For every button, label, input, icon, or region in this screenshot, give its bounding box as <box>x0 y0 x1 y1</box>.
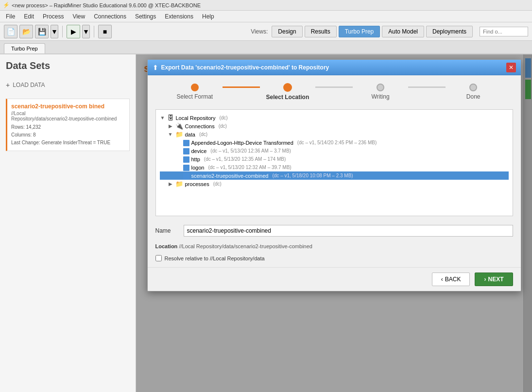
dataset-path: //Local Repository/data/scenario2-truepo… <box>11 111 125 121</box>
sidebar-title: Data Sets <box>6 60 130 71</box>
back-label: BACK <box>445 276 461 283</box>
menu-connections[interactable]: Connections <box>90 12 130 21</box>
step-done: Done <box>446 84 501 100</box>
chevron-left-icon: ‹ <box>441 276 443 283</box>
export-icon: ⬆ <box>153 64 158 71</box>
step-circle-1 <box>191 84 199 91</box>
title-bar: ⚡ <new process> – RapidMiner Studio Educ… <box>0 0 532 11</box>
menu-file[interactable]: File <box>2 12 19 21</box>
main-layout: Data Sets + LOAD DATA scenario2-trueposi… <box>0 54 532 392</box>
dataset-item[interactable]: scenario2-truepositive-com bined //Local… <box>6 99 130 151</box>
plus-icon: + <box>6 81 10 89</box>
tree-folder-icon <box>183 172 189 179</box>
tree-node-meta: (dc) <box>219 115 227 120</box>
stop-button[interactable]: ■ <box>98 25 112 38</box>
next-button[interactable]: › NEXT <box>475 273 513 286</box>
tree-node[interactable]: logon(dc – v1, 5/13/20 12:32 AM – 39.7 M… <box>160 163 509 171</box>
step-writing: Writing <box>353 84 409 100</box>
menu-help[interactable]: Help <box>198 12 218 21</box>
tree-node[interactable]: ▶📁processes(dc) <box>160 180 509 188</box>
tree-toggle-icon: ▼ <box>160 115 166 120</box>
tab-turboprep[interactable]: Turbo Prep <box>4 43 45 53</box>
views-label: Views: <box>251 28 268 35</box>
step-label-2: Select Location <box>266 94 309 101</box>
dataset-rows: Rows: 14,232 <box>11 123 125 131</box>
tree-node-meta: (dc – v1, 5/18/20 10:08 PM – 2.3 MB) <box>272 173 353 178</box>
load-data-button[interactable]: + LOAD DATA <box>6 79 130 91</box>
toolbar: 📄 📂 💾 ▼ ▶ ▼ ■ Views: Design Results Turb… <box>0 22 532 41</box>
step-circle-4 <box>469 84 477 91</box>
modal-overlay: ⬆ Export Data 'scenario2-truepositive-co… <box>136 54 532 392</box>
view-results[interactable]: Results <box>305 26 337 37</box>
modal-header: ⬆ Export Data 'scenario2-truepositive-co… <box>148 60 521 75</box>
tree-node[interactable]: Appended-Logon-Http-Device Transformed(d… <box>160 138 509 147</box>
step-select-location: Select Location <box>260 83 316 101</box>
step-circle-3 <box>377 84 384 91</box>
modal-header-left: ⬆ Export Data 'scenario2-truepositive-co… <box>153 64 329 71</box>
tree-folder-icon: 🗄 <box>168 114 174 121</box>
new-button[interactable]: 📄 <box>4 25 17 38</box>
export-dialog: ⬆ Export Data 'scenario2-truepositive-co… <box>147 59 521 291</box>
right-panel: scenario2-truepositive-combined ⬆ Export… <box>136 54 532 392</box>
tree-node-label: http <box>191 156 200 162</box>
tree-node-label: scenario2-truepositive-combined <box>191 173 269 179</box>
tree-toggle-icon: ▶ <box>168 123 173 129</box>
resolve-checkbox-row: Resolve relative to //Local Repository/d… <box>148 253 521 267</box>
repository-tree[interactable]: ▼🗄Local Repository(dc)▶🔌Connections(dc)▼… <box>155 109 513 216</box>
menu-edit[interactable]: Edit <box>20 12 38 21</box>
tree-node[interactable]: http(dc – v1, 5/13/20 12:35 AM – 174 MB) <box>160 155 509 163</box>
app-icon: ⚡ <box>3 2 10 8</box>
tree-node-label: Connections <box>185 123 215 129</box>
tree-node-label: logon <box>191 165 205 170</box>
tree-node[interactable]: ▼🗄Local Repository(dc) <box>160 114 509 122</box>
tree-toggle-icon: ▶ <box>168 181 173 187</box>
tree-folder-icon <box>183 147 189 154</box>
dataset-name: scenario2-truepositive-com bined <box>11 103 125 110</box>
search-input[interactable] <box>480 27 528 36</box>
save-button[interactable]: 💾 <box>35 25 49 38</box>
toolbar-views: Views: Design Results Turbo Prep Auto Mo… <box>251 26 528 37</box>
open-button[interactable]: 📂 <box>19 25 33 38</box>
tree-node[interactable]: ▶🔌Connections(dc) <box>160 122 509 130</box>
dataset-columns: Columns: 8 <box>11 131 125 139</box>
toolbar-divider-2 <box>94 26 94 37</box>
run-button[interactable]: ▶ <box>67 25 80 38</box>
tree-node[interactable]: device(dc – v1, 5/13/20 12:36 AM – 3.7 M… <box>160 147 509 155</box>
resolve-checkbox[interactable] <box>155 255 162 261</box>
step-label-3: Writing <box>371 93 389 100</box>
view-turboprep[interactable]: Turbo Prep <box>339 26 380 37</box>
location-label: Location <box>155 243 178 249</box>
resolve-label: Resolve relative to //Local Repository/d… <box>165 256 265 261</box>
menu-view[interactable]: View <box>69 12 89 21</box>
view-design[interactable]: Design <box>272 26 302 37</box>
toolbar-divider-1 <box>62 26 63 37</box>
step-select-format: Select Format <box>167 84 223 100</box>
step-label-1: Select Format <box>176 93 213 100</box>
save-dropdown[interactable]: ▼ <box>51 25 58 38</box>
close-button[interactable]: ✕ <box>506 63 516 72</box>
location-value: //Local Repository/data/scenario2-truepo… <box>179 243 312 249</box>
name-row: Name <box>148 220 521 241</box>
view-deployments[interactable]: Deployments <box>426 26 473 37</box>
back-button[interactable]: ‹ BACK <box>432 273 470 286</box>
tree-node[interactable]: scenario2-truepositive-combined(dc – v1,… <box>160 171 509 180</box>
title-bar-text: <new process> – RapidMiner Studio Educat… <box>12 2 201 8</box>
menu-process[interactable]: Process <box>39 12 68 21</box>
modal-footer: ‹ BACK › NEXT <box>148 267 521 291</box>
menu-extensions[interactable]: Extensions <box>161 12 197 21</box>
tree-node-meta: (dc – v1, 5/13/20 12:35 AM – 174 MB) <box>204 156 286 162</box>
tree-node-meta: (dc) <box>199 132 207 137</box>
name-input[interactable] <box>184 225 513 237</box>
tree-folder-icon: 📁 <box>175 131 183 138</box>
step-connector-1 <box>223 86 259 88</box>
tree-folder-icon <box>183 164 189 171</box>
tree-node[interactable]: ▼📁data(dc) <box>160 130 509 138</box>
step-circle-2 <box>283 83 292 92</box>
tree-node-label: Appended-Logon-Http-Device Transformed <box>191 140 293 146</box>
next-label: NEXT <box>488 276 503 283</box>
step-label-4: Done <box>466 93 481 100</box>
tree-toggle-icon: ▼ <box>168 132 173 137</box>
run-dropdown[interactable]: ▼ <box>82 25 90 38</box>
view-automodel[interactable]: Auto Model <box>382 26 424 37</box>
menu-settings[interactable]: Settings <box>131 12 160 21</box>
